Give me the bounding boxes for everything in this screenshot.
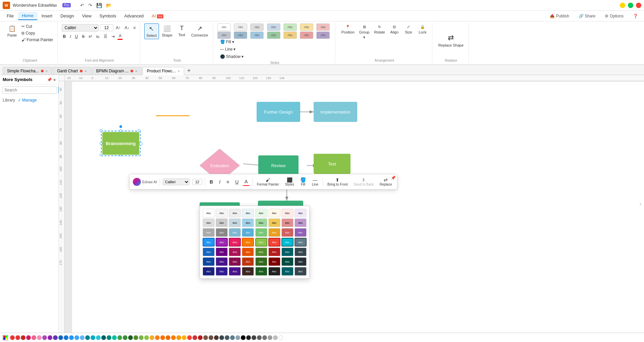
sidebar-manage-link[interactable]: ✓ Manage: [18, 98, 37, 102]
color-blue-grey[interactable]: [225, 335, 229, 340]
copy-button[interactable]: ⧉ Copy: [20, 30, 54, 36]
color-pink[interactable]: [32, 335, 36, 340]
color-brown[interactable]: [203, 335, 208, 340]
options-button[interactable]: ⚙ Options: [601, 12, 627, 20]
italic-button[interactable]: I: [68, 33, 72, 40]
style-swatch-4[interactable]: Abc: [267, 23, 280, 31]
color-medium-grey[interactable]: [268, 335, 272, 340]
superscript-button[interactable]: x²: [87, 33, 93, 40]
color-teal-dark[interactable]: [101, 335, 106, 340]
sp-swatch-2-3[interactable]: Abc: [229, 218, 241, 227]
add-tab-button[interactable]: +: [185, 67, 193, 75]
ft-pin-button[interactable]: 📌: [391, 176, 396, 180]
ft-send-back-button[interactable]: ⬇ Send to Back: [352, 176, 375, 187]
sp-swatch-3-1[interactable]: Abc: [203, 228, 215, 237]
close-button[interactable]: [636, 3, 641, 8]
list-button[interactable]: ☰: [102, 33, 109, 40]
sp-swatch-7-2[interactable]: Abc: [216, 267, 228, 276]
color-red-deep[interactable]: [193, 335, 197, 340]
color-green-darker[interactable]: [128, 335, 133, 340]
sp-swatch-6-7[interactable]: Abc: [281, 257, 293, 266]
color-blue-lighter[interactable]: [74, 335, 79, 340]
color-deep-red[interactable]: [187, 335, 192, 340]
sidebar-library-link[interactable]: Library: [3, 98, 15, 102]
position-button[interactable]: 📍Position: [339, 23, 357, 36]
sp-swatch-7-1[interactable]: Abc: [203, 267, 215, 276]
style-swatch-13[interactable]: Abc: [300, 31, 313, 39]
menu-file[interactable]: File: [3, 12, 18, 20]
color-red-darker[interactable]: [21, 335, 25, 340]
fill-button[interactable]: 🪣 Fill ▾: [219, 39, 332, 45]
bold-button[interactable]: B: [62, 33, 67, 40]
decrease-font-button[interactable]: A↓: [123, 25, 131, 31]
sidebar-search-input[interactable]: [2, 86, 57, 94]
color-amber-dark[interactable]: [155, 335, 160, 340]
handle-tl[interactable]: [100, 129, 102, 132]
tab-bpmn-close[interactable]: ×: [135, 69, 137, 73]
sp-swatch-7-5[interactable]: Abc: [255, 267, 267, 276]
color-blue-grey-dark[interactable]: [219, 335, 224, 340]
size-button[interactable]: ⤢Size: [402, 23, 415, 36]
menu-symbols[interactable]: Symbols: [96, 12, 120, 20]
style-swatch-1[interactable]: Abc: [217, 23, 231, 31]
rotate-button[interactable]: ↻Rotate: [372, 23, 387, 36]
sp-swatch-3-8[interactable]: Abc: [294, 228, 307, 237]
tab-product-close[interactable]: ×: [178, 69, 180, 73]
ft-font-size[interactable]: [192, 179, 202, 185]
select-tool-button[interactable]: ↖ Select: [144, 23, 159, 39]
sp-swatch-1-8[interactable]: Abc: [294, 209, 307, 217]
underline-button[interactable]: U: [74, 33, 79, 40]
sp-swatch-6-3[interactable]: Abc: [229, 257, 241, 266]
sp-swatch-3-7[interactable]: Abc: [281, 228, 293, 237]
style-swatch-10[interactable]: Abc: [250, 31, 264, 39]
menu-design[interactable]: Design: [56, 12, 78, 20]
sp-swatch-6-2[interactable]: Abc: [216, 257, 228, 266]
sp-swatch-5-8[interactable]: Abc: [294, 248, 307, 256]
shape-further-design[interactable]: Further Design: [257, 102, 300, 122]
color-brown-dark[interactable]: [209, 335, 213, 340]
sp-swatch-3-2[interactable]: Abc: [216, 228, 228, 237]
handle-ml[interactable]: [100, 142, 102, 145]
ft-font-family[interactable]: Calibri: [163, 179, 190, 185]
color-orange-medium[interactable]: [171, 335, 176, 340]
shape-implementation[interactable]: Implementation: [314, 102, 357, 122]
color-orange-dark[interactable]: [160, 335, 165, 340]
color-cyan-dark[interactable]: [85, 335, 90, 340]
shape-test[interactable]: Test: [314, 154, 351, 174]
color-teal-light[interactable]: [112, 335, 117, 340]
menu-view[interactable]: View: [78, 12, 96, 20]
ft-align-button[interactable]: ≡: [225, 178, 231, 186]
menu-advanced[interactable]: Advanced: [120, 12, 148, 20]
color-cyan-light[interactable]: [96, 335, 101, 340]
color-blue[interactable]: [64, 335, 68, 340]
tab-product-flowchart[interactable]: Product Flowc... ×: [143, 67, 184, 75]
cut-button[interactable]: ✂ Cut: [20, 23, 54, 29]
color-yellow[interactable]: [182, 335, 186, 340]
style-swatch-7[interactable]: Abc: [316, 23, 330, 31]
sp-swatch-1-3[interactable]: Abc: [229, 209, 241, 217]
menu-insert[interactable]: Insert: [38, 12, 57, 20]
ft-format-painter-button[interactable]: 🖌 Format Painter: [255, 176, 281, 187]
share-button[interactable]: 🔗 Share: [575, 12, 599, 20]
style-swatch-14[interactable]: Abc: [316, 31, 330, 39]
sp-swatch-2-1[interactable]: Abc: [203, 218, 215, 227]
sp-swatch-4-2[interactable]: Abc: [216, 238, 228, 247]
format-painter-button[interactable]: 🖌 Format Painter: [20, 37, 54, 43]
sp-swatch-6-8[interactable]: Abc: [294, 257, 307, 266]
lock-button[interactable]: 🔒Lock: [416, 23, 429, 36]
handle-bl[interactable]: [100, 153, 102, 156]
sp-swatch-3-6[interactable]: Abc: [268, 228, 280, 237]
color-black[interactable]: [241, 335, 246, 340]
sp-swatch-2-4[interactable]: Abc: [242, 218, 254, 227]
connection-point-right[interactable]: [139, 142, 143, 145]
group-button[interactable]: ⊞Group ▾: [357, 23, 372, 41]
sp-swatch-4-7[interactable]: Abc: [281, 238, 293, 247]
line-button[interactable]: — Line ▾: [219, 46, 332, 52]
connector-tool-button[interactable]: ↗ Connector: [189, 23, 210, 39]
subscript-button[interactable]: x₂: [95, 33, 101, 40]
color-blue-pale[interactable]: [80, 335, 85, 340]
color-deep-purple[interactable]: [53, 335, 58, 340]
handle-tr[interactable]: [138, 129, 141, 132]
sp-swatch-5-6[interactable]: Abc: [268, 248, 280, 256]
color-red-deepest[interactable]: [198, 335, 203, 340]
